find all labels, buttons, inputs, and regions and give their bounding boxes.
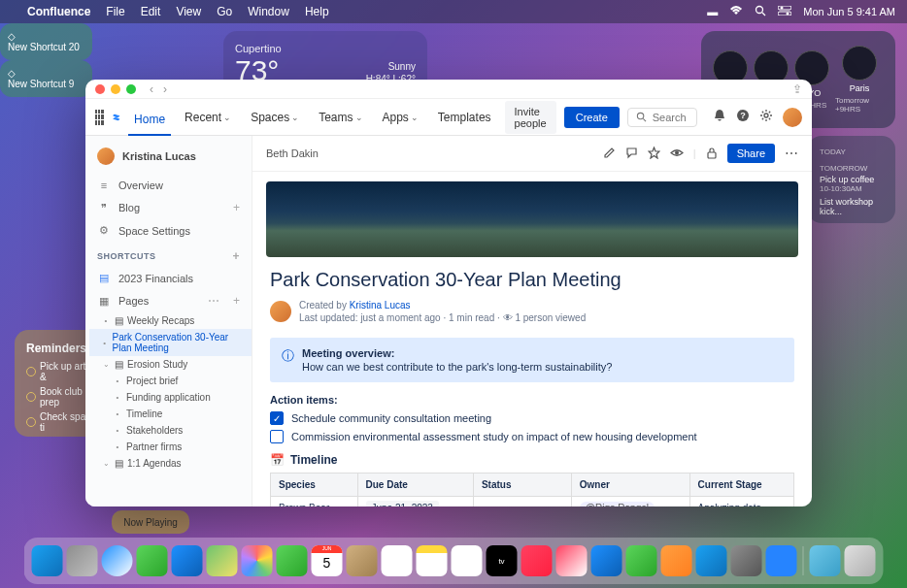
- minimize-button[interactable]: [111, 84, 120, 94]
- calendar-icon[interactable]: JUN5: [312, 545, 343, 576]
- finder-icon[interactable]: [32, 545, 63, 576]
- checkbox-unchecked[interactable]: [270, 430, 284, 443]
- datetime[interactable]: Mon Jun 5 9:41 AM: [803, 6, 895, 17]
- shortcut-widget-2[interactable]: ◇New Shortcut 9: [0, 60, 92, 97]
- now-playing-widget[interactable]: Now Playing: [112, 510, 189, 534]
- maps-icon[interactable]: [207, 545, 238, 576]
- tree-agendas[interactable]: ⌄▤1:1 Agendas: [89, 455, 252, 472]
- messages-icon[interactable]: [137, 545, 168, 576]
- tree-weekly-recaps[interactable]: •▤Weekly Recaps: [89, 312, 252, 329]
- photos-icon[interactable]: [242, 545, 273, 576]
- sidebar-blog[interactable]: ❞Blog+: [85, 196, 252, 219]
- reminders-icon[interactable]: [382, 545, 413, 576]
- confluence-window: ‹ › ⇪ Home Recent⌄ Spaces⌄ Teams⌄ Apps⌄ …: [85, 80, 812, 506]
- control-center-icon[interactable]: [778, 6, 791, 17]
- cell-owner[interactable]: @Rigo Rangel: [571, 497, 689, 507]
- freeform-icon[interactable]: [452, 545, 483, 576]
- sidebar-shortcut-financials[interactable]: ▤2023 Financials: [85, 267, 252, 289]
- nav-teams[interactable]: Teams⌄: [313, 107, 368, 128]
- nav-apps[interactable]: Apps⌄: [377, 107, 424, 128]
- more-actions-icon[interactable]: ⋯: [785, 146, 798, 161]
- author-link[interactable]: Kristina Lucas: [350, 300, 411, 310]
- tree-project-brief[interactable]: •Project brief: [89, 373, 252, 389]
- blog-icon: ❞: [97, 202, 111, 214]
- contacts-icon[interactable]: [347, 545, 378, 576]
- checkbox-checked[interactable]: ✓: [270, 411, 284, 425]
- nav-templates[interactable]: Templates: [432, 107, 497, 128]
- close-button[interactable]: [95, 84, 105, 94]
- back-button[interactable]: ‹: [150, 82, 153, 96]
- share-button[interactable]: Share: [727, 144, 775, 163]
- more-icon[interactable]: ⋯: [208, 294, 219, 308]
- view-menu[interactable]: View: [176, 5, 201, 18]
- spotlight-icon[interactable]: [755, 5, 766, 18]
- tree-partners[interactable]: •Partner firms: [89, 439, 252, 455]
- cell-due[interactable]: June 21, 2023: [357, 497, 473, 507]
- window-menu[interactable]: Window: [248, 5, 289, 18]
- help-menu[interactable]: Help: [305, 5, 329, 18]
- comment-icon[interactable]: [625, 147, 638, 161]
- sidebar-settings[interactable]: ⚙Space Settings: [85, 219, 252, 242]
- invite-button[interactable]: Invite people: [505, 101, 556, 134]
- news-icon[interactable]: [556, 545, 588, 576]
- safari-icon[interactable]: [102, 545, 133, 576]
- user-avatar[interactable]: [783, 108, 802, 127]
- tree-erosion-study[interactable]: ⌄▤Erosion Study: [89, 356, 252, 373]
- go-menu[interactable]: Go: [217, 5, 232, 18]
- nav-recent[interactable]: Recent⌄: [179, 107, 237, 128]
- restrictions-icon[interactable]: [706, 147, 718, 161]
- chevron-down-icon[interactable]: ⌄: [101, 459, 111, 468]
- confluence-app-icon[interactable]: [766, 545, 797, 576]
- pages-icon[interactable]: [661, 545, 692, 576]
- launchpad-icon[interactable]: [67, 545, 98, 576]
- downloads-folder-icon[interactable]: [810, 545, 841, 576]
- plus-icon[interactable]: +: [232, 249, 240, 263]
- watch-icon[interactable]: [670, 147, 684, 161]
- tv-icon[interactable]: tv: [487, 545, 518, 576]
- maximize-button[interactable]: [126, 84, 136, 94]
- plus-icon[interactable]: +: [233, 294, 240, 308]
- nav-home[interactable]: Home: [128, 109, 171, 136]
- nav-spaces[interactable]: Spaces⌄: [245, 107, 305, 128]
- help-icon[interactable]: ?: [736, 109, 750, 125]
- edit-icon[interactable]: [603, 147, 616, 161]
- chevron-down-icon[interactable]: ⌄: [101, 360, 111, 369]
- star-icon[interactable]: [648, 147, 660, 161]
- settings-icon[interactable]: [759, 109, 773, 125]
- music-icon[interactable]: [521, 545, 553, 576]
- forward-button[interactable]: ›: [163, 82, 167, 96]
- chevron-down-icon: ⌄: [355, 113, 363, 122]
- bullet-icon: •: [113, 442, 122, 451]
- confluence-logo-icon[interactable]: [112, 109, 121, 126]
- facetime-icon[interactable]: [277, 545, 308, 576]
- tree-park-conservation[interactable]: •Park Conservation 30-Year Plan Meeting: [89, 329, 252, 356]
- notes-icon[interactable]: [417, 545, 448, 576]
- create-button[interactable]: Create: [564, 107, 620, 128]
- search-input[interactable]: Search: [627, 108, 697, 127]
- system-settings-icon[interactable]: [731, 545, 762, 576]
- calendar-widget[interactable]: TODAY TOMORROW Pick up coffee 10-10:30AM…: [808, 136, 895, 223]
- trash-icon[interactable]: [845, 545, 876, 576]
- numbers-icon[interactable]: [626, 545, 657, 576]
- edit-menu[interactable]: Edit: [141, 5, 161, 18]
- sidebar-pages-header[interactable]: ▦Pages⋯+: [85, 289, 252, 312]
- macos-share-icon[interactable]: ⇪: [792, 82, 802, 96]
- author-avatar[interactable]: [270, 301, 291, 322]
- mail-icon[interactable]: [172, 545, 203, 576]
- tree-stakeholders[interactable]: •Stakeholders: [89, 422, 252, 439]
- breadcrumb[interactable]: Beth Dakin: [266, 147, 319, 159]
- appstore-icon[interactable]: [696, 545, 727, 576]
- keynote-icon[interactable]: [591, 545, 622, 576]
- sidebar-overview[interactable]: ≡Overview: [85, 175, 252, 196]
- plus-icon[interactable]: +: [233, 201, 240, 214]
- notifications-icon[interactable]: [713, 109, 726, 125]
- app-menu[interactable]: Confluence: [27, 5, 90, 18]
- battery-icon[interactable]: ▬: [707, 6, 718, 17]
- file-menu[interactable]: File: [106, 5, 124, 18]
- tree-funding[interactable]: •Funding application: [89, 389, 252, 406]
- wifi-icon[interactable]: [729, 6, 743, 17]
- tree-timeline[interactable]: •Timeline: [89, 406, 252, 422]
- shortcut-widget-1[interactable]: ◇New Shortcut 20: [0, 23, 92, 60]
- sidebar-user[interactable]: Kristina Lucas: [85, 144, 252, 175]
- app-switcher-icon[interactable]: [95, 110, 104, 125]
